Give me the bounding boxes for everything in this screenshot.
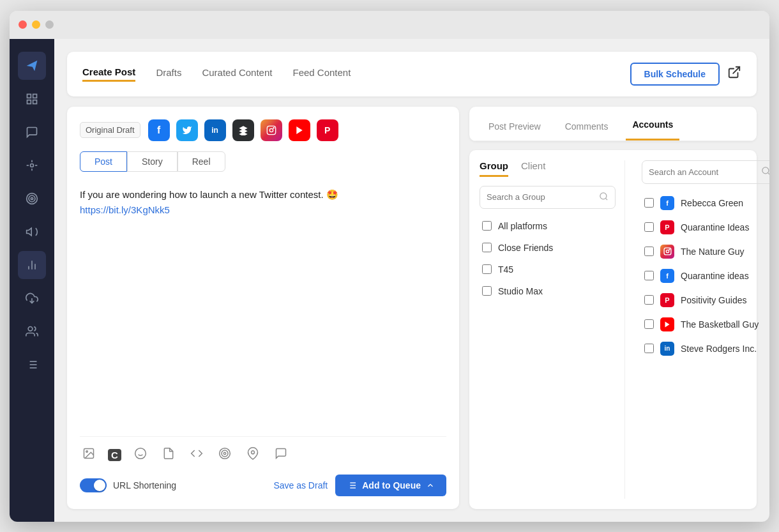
doc-toolbar-icon[interactable] bbox=[160, 445, 178, 466]
account-checkbox-nature-guy[interactable] bbox=[644, 247, 654, 256]
preview-tabs: Post Preview Comments Accounts bbox=[469, 107, 757, 141]
youtube-icon[interactable] bbox=[289, 119, 310, 141]
account-item[interactable]: f Rebecca Green bbox=[642, 193, 769, 213]
facebook-icon[interactable]: f bbox=[148, 119, 170, 141]
close-button[interactable] bbox=[19, 20, 27, 29]
search-account-icon bbox=[761, 166, 769, 178]
account-checkbox-rebecca[interactable] bbox=[644, 198, 654, 208]
tab-drafts[interactable]: Drafts bbox=[156, 67, 181, 80]
add-to-queue-button[interactable]: Add to Queue bbox=[335, 475, 446, 496]
sidebar-item-inbox[interactable] bbox=[18, 284, 46, 312]
group-checkbox-t45[interactable] bbox=[482, 264, 492, 274]
tab-client[interactable]: Client bbox=[521, 160, 545, 177]
instagram-icon[interactable] bbox=[261, 119, 282, 141]
account-label-steve-rodgers: Steve Rodgers Inc. bbox=[681, 344, 757, 354]
search-account-input[interactable] bbox=[649, 167, 756, 177]
search-group-container bbox=[480, 186, 616, 209]
svg-point-43 bbox=[600, 192, 607, 199]
group-item[interactable]: All platforms bbox=[480, 217, 616, 236]
emoji-toolbar-icon[interactable] bbox=[132, 445, 149, 466]
tab-feed-content[interactable]: Feed Content bbox=[292, 67, 351, 80]
export-button[interactable] bbox=[727, 65, 741, 82]
account-checkbox-quarantine-ideas-fb[interactable] bbox=[644, 271, 654, 280]
sidebar-item-chart[interactable] bbox=[18, 251, 46, 279]
svg-point-50 bbox=[669, 249, 669, 250]
sidebar-item-grid[interactable] bbox=[18, 85, 46, 113]
target-toolbar-icon[interactable] bbox=[216, 445, 234, 466]
svg-point-34 bbox=[222, 450, 228, 457]
account-checkbox-positivity-guides[interactable] bbox=[644, 295, 654, 305]
svg-point-4 bbox=[31, 163, 34, 167]
bulk-schedule-button[interactable]: Bulk Schedule bbox=[630, 63, 720, 86]
linkedin-platform-icon: in bbox=[660, 342, 674, 356]
group-item[interactable]: Studio Max bbox=[480, 282, 616, 301]
group-column: Group Client bbox=[480, 160, 625, 499]
search-group-input[interactable] bbox=[487, 192, 594, 202]
linkedin-icon[interactable]: in bbox=[204, 119, 226, 141]
account-item[interactable]: f Quarantine ideas bbox=[642, 266, 769, 286]
location-toolbar-icon[interactable] bbox=[244, 445, 262, 466]
svg-point-30 bbox=[135, 448, 146, 459]
compose-panel: Original Draft f in bbox=[67, 107, 459, 509]
group-checkbox-studio-max[interactable] bbox=[482, 286, 492, 296]
group-client-tabs: Group Client bbox=[480, 160, 616, 177]
c-toolbar-icon[interactable]: C bbox=[108, 449, 121, 461]
sidebar-item-network[interactable] bbox=[18, 151, 46, 179]
tab-comments[interactable]: Comments bbox=[559, 121, 615, 141]
buffer-icon[interactable] bbox=[232, 119, 254, 141]
tab-accounts[interactable]: Accounts bbox=[626, 119, 679, 141]
account-item[interactable]: The Basketball Guy bbox=[642, 314, 769, 335]
search-group-icon bbox=[599, 192, 609, 203]
account-item[interactable]: P Positivity Guides bbox=[642, 290, 769, 310]
url-shortening-switch[interactable] bbox=[80, 478, 107, 492]
group-checkbox-close-friends[interactable] bbox=[482, 243, 492, 252]
group-label-all-platforms: All platforms bbox=[498, 221, 547, 231]
facebook-platform-icon-2: f bbox=[660, 269, 674, 283]
sidebar-item-people[interactable] bbox=[18, 317, 46, 346]
title-bar bbox=[10, 11, 769, 39]
post-tab[interactable]: Post bbox=[80, 151, 127, 172]
account-item[interactable]: The Nature Guy bbox=[642, 241, 769, 262]
account-checkbox-steve-rodgers[interactable] bbox=[644, 344, 654, 353]
sidebar-item-list[interactable] bbox=[18, 351, 46, 379]
group-item[interactable]: Close Friends bbox=[480, 238, 616, 257]
pinterest-icon[interactable]: P bbox=[317, 119, 338, 141]
speech-toolbar-icon[interactable] bbox=[272, 445, 290, 466]
instagram-platform-icon bbox=[660, 245, 674, 259]
account-checkbox-quarantine-ideas[interactable] bbox=[644, 222, 654, 232]
twitter-icon[interactable] bbox=[176, 119, 198, 141]
account-checkbox-basketball-guy[interactable] bbox=[644, 319, 654, 329]
pinterest-platform-icon: P bbox=[660, 220, 674, 234]
image-toolbar-icon[interactable] bbox=[80, 445, 98, 466]
url-shortening-label: URL Shortening bbox=[113, 480, 176, 490]
tab-create-post[interactable]: Create Post bbox=[82, 66, 135, 82]
group-client-panel: Group Client bbox=[469, 150, 757, 509]
save-draft-button[interactable]: Save as Draft bbox=[273, 480, 328, 490]
account-item[interactable]: P Quarantine Ideas bbox=[642, 217, 769, 238]
story-tab[interactable]: Story bbox=[127, 151, 178, 172]
sidebar-item-megaphone[interactable] bbox=[18, 218, 46, 246]
tab-post-preview[interactable]: Post Preview bbox=[482, 121, 547, 141]
compose-link[interactable]: https://bit.ly/3KgNkk5 bbox=[80, 204, 170, 215]
sidebar-item-chat[interactable] bbox=[18, 118, 46, 146]
reel-tab[interactable]: Reel bbox=[178, 151, 225, 172]
app-body: Create Post Drafts Curated Content Feed … bbox=[10, 39, 769, 522]
fullscreen-button[interactable] bbox=[45, 20, 54, 29]
account-item[interactable]: in Steve Rodgers Inc. bbox=[642, 338, 769, 359]
minimize-button[interactable] bbox=[32, 20, 40, 29]
tabs-container: Create Post Drafts Curated Content Feed … bbox=[82, 66, 630, 82]
svg-rect-2 bbox=[27, 100, 31, 103]
code-toolbar-icon[interactable] bbox=[188, 445, 206, 466]
tab-group[interactable]: Group bbox=[480, 160, 508, 177]
compose-text-area[interactable]: If you are wondering how to launch a new… bbox=[80, 182, 446, 436]
account-label-positivity-guides: Positivity Guides bbox=[681, 295, 746, 305]
account-label-rebecca-green: Rebecca Green bbox=[681, 198, 743, 208]
tab-curated-content[interactable]: Curated Content bbox=[202, 67, 272, 80]
group-item[interactable]: T45 bbox=[480, 260, 616, 279]
sidebar-item-target[interactable] bbox=[18, 185, 46, 213]
svg-point-36 bbox=[251, 450, 254, 453]
group-checkbox-all-platforms[interactable] bbox=[482, 221, 492, 231]
sidebar-item-send[interactable] bbox=[18, 52, 46, 80]
svg-point-10 bbox=[29, 195, 35, 202]
sidebar bbox=[10, 39, 54, 522]
